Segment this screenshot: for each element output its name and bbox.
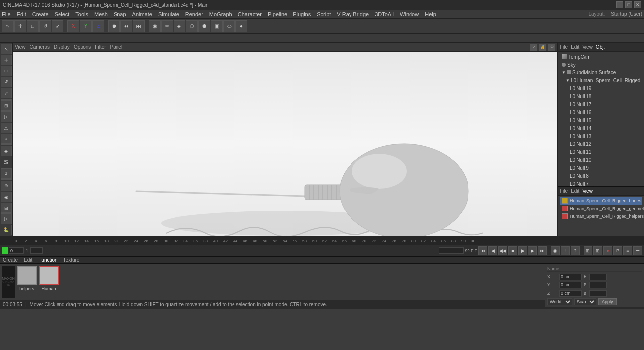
btab-edit[interactable]: Edit <box>23 257 33 263</box>
frame-sub[interactable] <box>30 247 43 254</box>
tree-item-null11[interactable]: L0Null.11 <box>558 148 644 156</box>
tc-key1[interactable]: ◉ <box>551 246 560 255</box>
view-menu-options[interactable]: Options <box>74 44 91 50</box>
tree-item-tempcam[interactable]: TempCam <box>558 53 644 61</box>
settings-icon[interactable]: ⚙ <box>548 44 555 51</box>
ls-tool-4[interactable]: ↺ <box>1 77 12 87</box>
ls-tool-2[interactable]: ✛ <box>1 55 12 65</box>
tool-axis-x[interactable]: X <box>67 20 79 32</box>
tool-transform[interactable]: ⤢ <box>52 20 63 32</box>
attr-y-input[interactable] <box>559 282 582 288</box>
rp-tab-obj[interactable]: Obj. <box>596 44 605 50</box>
rp-lower-tab-edit[interactable]: Edit <box>571 188 579 194</box>
ls-tool-7[interactable]: ⊞ <box>1 100 12 111</box>
tool-move[interactable]: ✛ <box>14 20 26 32</box>
btab-texture[interactable]: Texture <box>62 257 81 263</box>
tree-item-null9[interactable]: L0Null.9 <box>558 164 644 172</box>
rp-tab-edit[interactable]: Edit <box>571 44 579 50</box>
attr-scale-select[interactable]: Scale <box>574 298 596 305</box>
tool-object-mode[interactable]: ◉ <box>149 20 161 32</box>
tool-material[interactable]: ▣ <box>211 20 223 32</box>
tree-item-subdivsurface[interactable]: ▼ Subdivision Surface <box>558 69 644 76</box>
transport-next-frame[interactable]: ▶ <box>528 246 537 255</box>
view-menu-panel[interactable]: Panel <box>110 44 123 50</box>
mat-geometry[interactable]: Human_Sperm_Cell_Rigged_geometry <box>560 205 642 212</box>
ls-tool-11[interactable] <box>1 144 12 145</box>
view-menu-cameras[interactable]: Cameras <box>30 44 50 50</box>
transport-play-back[interactable]: ◀◀ <box>498 246 507 255</box>
menu-mesh[interactable]: Mesh <box>94 11 108 17</box>
maximize-button[interactable]: □ <box>625 1 632 8</box>
transport-prev-frame[interactable]: ◀ <box>488 246 497 255</box>
tool-edit-mode[interactable]: ✏ <box>161 20 173 32</box>
menu-script[interactable]: Script <box>317 11 331 17</box>
mat-bones[interactable]: Human_Sperm_Cell_Rigged_bones <box>560 197 642 205</box>
menu-window[interactable]: Window <box>400 11 419 17</box>
ls-tool-8[interactable]: ▷ <box>1 111 12 122</box>
tool-rotate[interactable]: ↺ <box>39 20 51 32</box>
ls-tool-5[interactable]: ⤢ <box>1 88 12 98</box>
ls-tool-15[interactable]: ⊕ <box>1 181 12 191</box>
view-menu-view[interactable]: View <box>15 44 26 50</box>
ls-tool-18[interactable]: ▷ <box>1 213 12 224</box>
tool-render[interactable]: ⬭ <box>223 20 235 32</box>
menu-file[interactable]: File <box>2 11 11 17</box>
menu-help[interactable]: Help <box>425 11 436 17</box>
menu-select[interactable]: Select <box>55 11 70 17</box>
tool-keyframe-rec[interactable]: ⏺ <box>108 20 120 32</box>
layout-value[interactable]: Startup (User) <box>611 11 642 17</box>
rp-tab-view[interactable]: View <box>582 44 593 50</box>
attr-world-select[interactable]: World <box>547 298 572 305</box>
tool-paint[interactable]: ⬡ <box>186 20 198 32</box>
tree-item-null19[interactable]: L0Null.19 <box>558 84 644 92</box>
mat-helpers[interactable]: Human_Sperm_Cell_Rigged_helpers <box>560 212 642 220</box>
menu-vray[interactable]: V-Ray Bridge <box>337 11 369 17</box>
ls-tool-13[interactable]: ⌀ <box>1 168 12 179</box>
btab-function[interactable]: Function <box>37 257 58 263</box>
attr-x-input[interactable] <box>559 274 582 280</box>
menu-edit[interactable]: Edit <box>17 11 26 17</box>
ls-tool-10[interactable]: ○ <box>1 134 12 144</box>
tc-rec5[interactable]: ≡ <box>623 246 632 255</box>
tool-axis-z[interactable]: Z <box>92 20 104 32</box>
menu-character[interactable]: Character <box>238 11 262 17</box>
lock-icon[interactable]: 🔒 <box>539 44 546 51</box>
attr-p-input[interactable] <box>589 282 607 288</box>
attr-apply-button[interactable]: Apply <box>598 298 617 305</box>
expand-icon[interactable]: ⤢ <box>530 44 537 51</box>
tool-keyframe-next[interactable]: ⏭ <box>133 20 145 32</box>
tree-item-null8[interactable]: L0Null.8 <box>558 172 644 180</box>
btab-create[interactable]: Create <box>2 257 19 263</box>
transport-to-start[interactable]: ⏮ <box>478 246 487 255</box>
menu-create[interactable]: Create <box>32 11 49 17</box>
attr-z-input[interactable] <box>559 290 582 297</box>
ls-tool-17[interactable]: ⊞ <box>1 203 12 213</box>
ls-tool-9[interactable]: △ <box>1 123 12 133</box>
ls-tool-py[interactable]: 🐍 <box>1 225 12 235</box>
tc-rec6[interactable]: ☰ <box>633 246 642 255</box>
ls-tool-3[interactable]: □ <box>1 66 12 76</box>
rp-tab-file[interactable]: File <box>560 44 568 50</box>
rp-lower-tab-view[interactable]: View <box>582 188 593 194</box>
attr-h-input[interactable] <box>589 274 607 280</box>
attr-b-input[interactable] <box>589 290 607 297</box>
tool-cursor[interactable]: ↖ <box>2 20 14 32</box>
tree-item-null13[interactable]: L0Null.13 <box>558 132 644 140</box>
viewport-3d[interactable] <box>13 52 557 236</box>
tc-key2[interactable]: ! <box>561 246 570 255</box>
menu-animate[interactable]: Animate <box>132 11 152 17</box>
view-menu-filter[interactable]: Filter <box>95 44 106 50</box>
tree-item-null10[interactable]: L0Null.10 <box>558 156 644 164</box>
mat-thumb-human[interactable]: Human <box>39 266 59 291</box>
tool-keyframe-prev[interactable]: ⏮ <box>120 20 132 32</box>
menu-render[interactable]: Render <box>185 11 203 17</box>
ls-tool-12[interactable]: ◈ <box>1 146 12 156</box>
menu-mograph[interactable]: MoGraph <box>209 11 232 17</box>
tc-rec3[interactable]: ● <box>603 246 612 255</box>
menu-snap[interactable]: Snap <box>114 11 126 17</box>
minimize-button[interactable]: – <box>616 1 623 8</box>
transport-play[interactable]: ▶ <box>518 246 527 255</box>
menu-pipeline[interactable]: Pipeline <box>268 11 287 17</box>
tree-item-humansperm[interactable]: ▼ L0 Human_Sperm_Cell_Rigged <box>558 76 644 84</box>
menu-tools[interactable]: Tools <box>75 11 88 17</box>
